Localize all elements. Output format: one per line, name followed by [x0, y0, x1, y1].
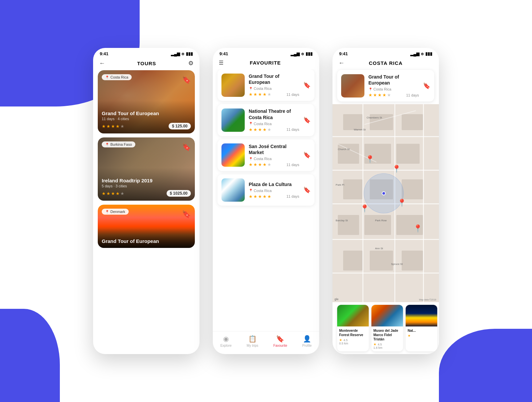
map-pin-3[interactable]: 📍 [360, 204, 369, 213]
nav-bar-2: ☰ FAVOURITE [213, 58, 319, 69]
card-overlay-3: Grand Tour of European [98, 228, 195, 248]
nearby-title-1: Monteverde Forest Reserve [339, 328, 367, 337]
wifi-2: ⌾ [301, 51, 304, 56]
fav-stars-2: ★ ★ ★ ★ ★ [249, 127, 271, 132]
nearby-img-3 [406, 305, 437, 326]
map-background: Chambers St Church St Park Pl Barclay St… [332, 104, 439, 302]
map-block-9 [402, 179, 423, 199]
tour-card-1[interactable]: 📍 Costa Rica 🔖 Grand Tour of European 11… [98, 70, 195, 133]
map-block-1 [343, 114, 362, 130]
map-block-10 [338, 215, 359, 235]
detail-bookmark[interactable]: 🔖 [423, 82, 430, 90]
tour-card-2[interactable]: 📍 Burkina Faso 🔖 Ireland Roadtrip 2019 5… [98, 137, 195, 201]
fav-bookmark-1[interactable]: 🔖 [303, 82, 311, 89]
fav-stars-3: ★ ★ ★ ★ ★ [249, 162, 271, 167]
fav-info-1: Grand Tour of European 📍 Costa Rica ★ ★ … [249, 73, 299, 97]
nearby-rating-1: 4.5 [343, 338, 348, 342]
nearby-meta-1: ★ 4.5 [339, 338, 367, 342]
nearby-star-1: ★ [339, 338, 342, 342]
detail-stars: ★ ★ ★ ★ ★ [368, 93, 391, 98]
fav-pin-2: 📍 [249, 122, 253, 125]
bookmark-3[interactable]: 🔖 [182, 209, 191, 220]
nearby-dist-2: 1.6 km [373, 346, 401, 349]
map-pin-4[interactable]: 📍 [397, 199, 406, 207]
fav-bookmark-4[interactable]: 🔖 [303, 186, 311, 194]
fav-bookmark-3[interactable]: 🔖 [303, 151, 311, 159]
explore-icon: ◉ [223, 335, 229, 343]
phone-favourite: 9:41 ▂▄▆ ⌾ ▮▮▮ ☰ FAVOURITE Grand Tour of… [213, 48, 319, 354]
card-overlay-2: Ireland Roadtrip 2019 5 days · 3 cities … [98, 168, 195, 201]
phone-costa-rica: 9:41 ▂▄▆ ⌾ ▮▮▮ ← COSTA RICA Grand Tour o… [332, 48, 439, 354]
location-text-3: Denmark [110, 210, 125, 214]
fav-pin-4: 📍 [249, 189, 253, 192]
back-button-1[interactable]: ← [99, 60, 105, 67]
location-text-2: Burkina Faso [110, 142, 132, 146]
battery-1: ▮▮▮ [186, 51, 193, 56]
map-block-13 [343, 251, 362, 270]
nav-explore[interactable]: ◉ Explore [220, 335, 232, 347]
tours-list: 📍 Costa Rica 🔖 Grand Tour of European 11… [93, 70, 200, 354]
pin-icon-3: 📍 [105, 210, 109, 214]
map-block-6 [396, 144, 420, 163]
nearby-card-3[interactable]: Nat... ★ [406, 305, 437, 351]
nearby-meta-2: ★ 4.5 [373, 342, 401, 346]
nearby-img-1 [337, 305, 369, 326]
map-pin-5[interactable]: 📍 [413, 224, 422, 233]
map-block-14 [370, 251, 393, 270]
tour-card-3[interactable]: 📍 Denmark 🔖 Grand Tour of European [98, 205, 195, 248]
map-block-3 [402, 114, 423, 130]
nearby-meta-3: ★ [408, 334, 435, 337]
bookmark-icon-1: 🔖 [182, 76, 191, 84]
nearby-card-2[interactable]: Museo del Jade Marco Fidel Tristán ★ 4.5… [371, 305, 403, 351]
detail-location: 📍 Costa Rica [368, 87, 419, 91]
price-badge-1: $ 125.00 [169, 123, 191, 129]
fav-days-4: 11 days [286, 194, 299, 198]
card-title-3: Grand Tour of European [102, 238, 191, 244]
nav-favourite[interactable]: 🔖 Favourite [273, 335, 287, 347]
fav-location-3: 📍 Costa Rica [249, 157, 299, 161]
map-label-2: Church St [338, 148, 350, 151]
detail-days: 11 days [406, 93, 419, 97]
fav-location-1: 📍 Costa Rica [249, 87, 299, 91]
fav-card-3[interactable]: San José Central Market 📍 Costa Rica ★ ★… [217, 139, 315, 171]
profile-label: Profile [302, 344, 312, 347]
detail-card[interactable]: Grand Tour of European 📍 Costa Rica ★ ★ … [337, 70, 434, 101]
bookmark-icon-3: 🔖 [182, 210, 191, 219]
map-pin-2[interactable]: 📍 [392, 165, 401, 173]
fav-title-2: National Theatre of Costa Rica [249, 108, 299, 120]
nearby-card-1[interactable]: Monteverde Forest Reserve ★ 4.5 0.5 km [337, 305, 369, 351]
price-badge-2: $ 1025.00 [167, 190, 191, 197]
nearby-star-3: ★ [408, 334, 411, 337]
explore-label: Explore [220, 344, 232, 347]
status-bar-2: 9:41 ▂▄▆ ⌾ ▮▮▮ [213, 48, 319, 58]
map-label-4: Barclay St [336, 219, 348, 222]
map-credit: Map data ©2018 [419, 299, 436, 301]
fav-bookmark-2[interactable]: 🔖 [303, 116, 311, 124]
time-2: 9:41 [219, 51, 228, 56]
fav-thumb-2 [221, 108, 245, 132]
fav-card-2[interactable]: National Theatre of Costa Rica 📍 Costa R… [217, 104, 315, 136]
back-button-3[interactable]: ← [338, 60, 344, 67]
bookmark-1[interactable]: 🔖 [182, 74, 191, 86]
map-label-7: Spruce St [391, 263, 403, 266]
nav-mytrips[interactable]: 📋 My trips [247, 335, 258, 347]
status-bar-3: 9:41 ▂▄▆ ⌾ ▮▮▮ [332, 48, 439, 58]
fav-card-1[interactable]: Grand Tour of European 📍 Costa Rica ★ ★ … [217, 69, 315, 101]
map-area[interactable]: Chambers St Church St Park Pl Barclay St… [332, 104, 439, 302]
pin-icon-2: 📍 [105, 143, 109, 146]
nearby-places: Monteverde Forest Reserve ★ 4.5 0.5 km M… [332, 302, 439, 354]
fav-card-4[interactable]: Plaza de La Cultura 📍 Costa Rica ★ ★ ★ ★… [217, 174, 315, 206]
fav-pin-3: 📍 [249, 157, 253, 161]
fav-info-2: National Theatre of Costa Rica 📍 Costa R… [249, 108, 299, 132]
map-pin-1[interactable]: 📍 [365, 155, 374, 164]
page-title-2: FAVOURITE [250, 60, 281, 66]
menu-button[interactable]: ☰ [219, 60, 223, 66]
fav-stars-1: ★ ★ ★ ★ ★ [249, 92, 271, 97]
battery-2: ▮▮▮ [306, 51, 313, 56]
map-label-5: Park Row [375, 219, 387, 222]
filter-button[interactable]: ⚙ [188, 60, 194, 67]
fav-title-4: Plaza de La Cultura [249, 181, 299, 187]
bookmark-2[interactable]: 🔖 [182, 141, 191, 153]
map-label-3: Park Pl [336, 183, 344, 186]
nav-profile[interactable]: 👤 Profile [302, 335, 312, 347]
